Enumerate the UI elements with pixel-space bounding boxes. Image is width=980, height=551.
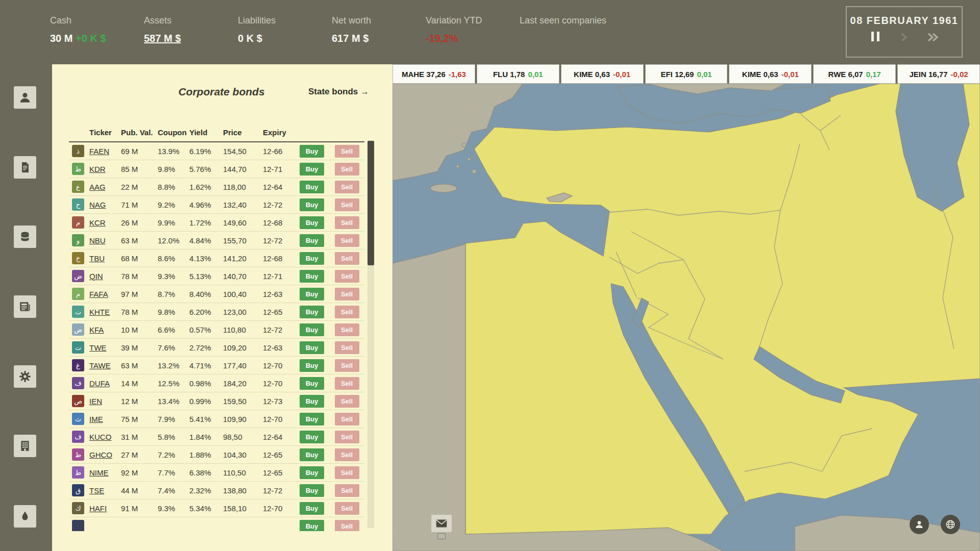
- bond-ticker-link[interactable]: NAG: [89, 201, 121, 209]
- sell-button[interactable]: Sell: [335, 520, 359, 532]
- pause-button[interactable]: [870, 31, 881, 43]
- buy-button[interactable]: Buy: [300, 359, 324, 372]
- globe-button[interactable]: [941, 515, 960, 534]
- bond-price: 118,00: [223, 183, 263, 191]
- population-button[interactable]: [910, 515, 929, 534]
- buy-button[interactable]: Buy: [300, 306, 324, 318]
- bond-pub-val: 91 M: [121, 504, 158, 513]
- bond-ticker-link[interactable]: NBU: [89, 236, 121, 245]
- sell-button[interactable]: Sell: [335, 377, 359, 390]
- buy-button[interactable]: Buy: [300, 395, 324, 408]
- sell-button[interactable]: Sell: [335, 413, 359, 425]
- bond-ticker-link[interactable]: GHCO: [89, 450, 121, 459]
- sell-button[interactable]: Sell: [335, 484, 359, 497]
- play-button[interactable]: [899, 31, 909, 43]
- table-scrollbar[interactable]: [368, 141, 374, 528]
- sell-button[interactable]: Sell: [335, 306, 359, 318]
- bond-ticker-link[interactable]: KDR: [89, 165, 121, 173]
- bond-ticker-link[interactable]: NIME: [89, 468, 121, 477]
- bond-ticker-link[interactable]: DUFA: [89, 379, 121, 388]
- buy-button[interactable]: Buy: [300, 466, 324, 479]
- bond-price: 184,20: [223, 379, 263, 388]
- bond-ticker-link[interactable]: AAG: [89, 183, 121, 191]
- sidebar-item-companies[interactable]: [14, 435, 36, 457]
- buy-button[interactable]: Buy: [300, 448, 324, 461]
- sidebar-item-settings[interactable]: [14, 365, 36, 388]
- buy-button[interactable]: Buy: [300, 377, 324, 390]
- buy-button[interactable]: Buy: [300, 145, 324, 158]
- buy-button[interactable]: Buy: [300, 413, 324, 425]
- sell-button[interactable]: Sell: [335, 216, 359, 229]
- ticker-item[interactable]: RWE 6,070,17: [813, 64, 896, 84]
- buy-button[interactable]: Buy: [300, 163, 324, 176]
- buy-button[interactable]: Buy: [300, 520, 324, 532]
- sell-button[interactable]: Sell: [335, 198, 359, 211]
- state-bonds-link[interactable]: State bonds →: [308, 87, 369, 97]
- sell-button[interactable]: Sell: [335, 288, 359, 300]
- bond-yield: 0.57%: [189, 325, 223, 334]
- sell-button[interactable]: Sell: [335, 252, 359, 265]
- sell-button[interactable]: Sell: [335, 341, 359, 354]
- sidebar-item-commodities[interactable]: [14, 505, 36, 528]
- bond-row: وNBU63 M12.0%4.84%155,7012-72BuySell: [69, 232, 364, 249]
- sidebar-item-portfolio[interactable]: [14, 86, 36, 109]
- bond-ticker-link[interactable]: TBU: [89, 254, 121, 263]
- buy-button[interactable]: Buy: [300, 431, 324, 443]
- bond-ticker-link[interactable]: TWE: [89, 343, 121, 352]
- stat-label: Last seen companies: [520, 15, 614, 26]
- sell-button[interactable]: Sell: [335, 359, 359, 372]
- ticker-item[interactable]: JEIN 16,77-0,02: [897, 64, 980, 84]
- ticker-item[interactable]: KIME 0,63-0,01: [561, 64, 644, 84]
- sell-button[interactable]: Sell: [335, 502, 359, 515]
- sell-button[interactable]: Sell: [335, 395, 359, 408]
- bond-ticker-link[interactable]: KHTE: [89, 308, 121, 316]
- buy-button[interactable]: Buy: [300, 288, 324, 300]
- sell-button[interactable]: Sell: [335, 466, 359, 479]
- bond-ticker-link[interactable]: KCR: [89, 218, 121, 227]
- bond-pub-val: 85 M: [121, 165, 158, 173]
- ticker-item[interactable]: MAHE 37,26-1,63: [393, 64, 475, 84]
- buy-button[interactable]: Buy: [300, 341, 324, 354]
- sidebar-item-news[interactable]: [14, 295, 36, 318]
- sidebar-item-markets[interactable]: [14, 226, 36, 248]
- buy-button[interactable]: Buy: [300, 198, 324, 211]
- bond-ticker-link[interactable]: FAEN: [89, 147, 121, 156]
- bond-ticker-link[interactable]: IME: [89, 415, 121, 423]
- bond-ticker-link[interactable]: TAWE: [89, 361, 121, 370]
- buy-button[interactable]: Buy: [300, 216, 324, 229]
- bond-ticker-link[interactable]: QIN: [89, 272, 121, 281]
- sell-button[interactable]: Sell: [335, 270, 359, 283]
- sell-button[interactable]: Sell: [335, 234, 359, 247]
- ticker-item[interactable]: FLU 1,780,01: [477, 64, 559, 84]
- buy-button[interactable]: Buy: [300, 181, 324, 193]
- buy-button[interactable]: Buy: [300, 323, 324, 336]
- sidebar-item-contracts[interactable]: [14, 156, 36, 179]
- ticker-item[interactable]: KIME 0,63-0,01: [729, 64, 812, 84]
- bond-ticker-link[interactable]: HAFI: [89, 504, 121, 513]
- buy-button[interactable]: Buy: [300, 270, 324, 283]
- mail-button[interactable]: [431, 515, 452, 532]
- sell-button[interactable]: Sell: [335, 323, 359, 336]
- bond-pub-val: 68 M: [121, 254, 158, 263]
- sell-button[interactable]: Sell: [335, 431, 359, 443]
- bond-ticker-link[interactable]: TSE: [89, 486, 121, 495]
- stat-value[interactable]: 587 M $: [144, 33, 238, 44]
- world-map[interactable]: [393, 84, 980, 551]
- sell-button[interactable]: Sell: [335, 181, 359, 193]
- ticker-name-price: MAHE 37,26: [402, 70, 446, 79]
- bond-yield: 2.72%: [189, 343, 223, 352]
- sell-button[interactable]: Sell: [335, 145, 359, 158]
- bond-ticker-link[interactable]: IEN: [89, 397, 121, 406]
- bond-ticker-link[interactable]: KUCO: [89, 433, 121, 441]
- sell-button[interactable]: Sell: [335, 448, 359, 461]
- bond-ticker-link[interactable]: FAFA: [89, 290, 121, 298]
- buy-button[interactable]: Buy: [300, 234, 324, 247]
- buy-button[interactable]: Buy: [300, 484, 324, 497]
- sell-button[interactable]: Sell: [335, 163, 359, 176]
- buy-button[interactable]: Buy: [300, 502, 324, 515]
- buy-button[interactable]: Buy: [300, 252, 324, 265]
- fast-forward-button[interactable]: [927, 31, 939, 43]
- scrollbar-thumb[interactable]: [368, 141, 374, 265]
- bond-ticker-link[interactable]: KFA: [89, 325, 121, 334]
- ticker-item[interactable]: EFI 12,690,01: [645, 64, 728, 84]
